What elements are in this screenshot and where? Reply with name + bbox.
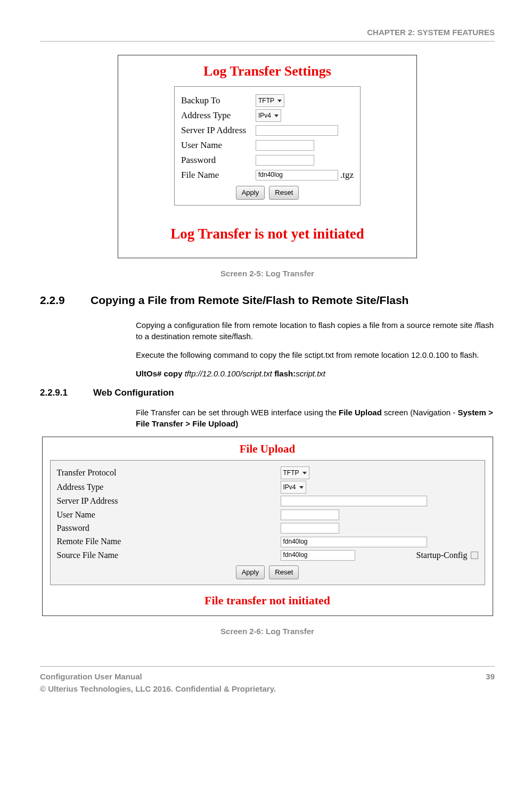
caption-2-5: Screen 2-5: Log Transfer: [40, 268, 495, 279]
filename-label: File Name: [181, 169, 256, 182]
caption-2-6: Screen 2-6: Log Transfer: [40, 626, 495, 637]
reset-button-2[interactable]: Reset: [269, 565, 299, 579]
command-line: UltOs# copy tftp://12.0.0.100/script.txt…: [136, 368, 495, 379]
file-upload-screenshot: File Upload Transfer Protocol TFTP Addre…: [42, 437, 493, 616]
apply-button[interactable]: Apply: [236, 186, 265, 200]
server-ip-input-2[interactable]: [281, 496, 427, 506]
remote-file-input[interactable]: fdn40log: [281, 537, 427, 547]
log-transfer-title: Log Transfer Settings: [124, 62, 411, 81]
address-type-select[interactable]: IPv4: [256, 109, 281, 122]
file-upload-status: File transfer not initiated: [43, 593, 493, 609]
address-type-select-2[interactable]: IPv4: [281, 481, 306, 494]
password-label: Password: [181, 154, 256, 167]
chevron-down-icon: [302, 472, 307, 474]
filename-ext: .tgz: [340, 169, 354, 182]
protocol-select[interactable]: TFTP: [281, 466, 309, 479]
password-input-2[interactable]: [281, 523, 339, 534]
username-input-2[interactable]: [281, 510, 339, 520]
file-upload-form: Transfer Protocol TFTP Address Type IPv4…: [50, 460, 485, 585]
log-transfer-status: Log Transfer is not yet initiated: [124, 224, 411, 244]
reset-button[interactable]: Reset: [269, 186, 299, 200]
log-transfer-form: Backup To TFTP Address Type IPv4 Server …: [174, 86, 361, 205]
section-2291-body: File Transfer can be set through WEB int…: [136, 407, 495, 429]
source-file-input[interactable]: fdn40log: [281, 550, 355, 561]
startup-config-checkbox[interactable]: [471, 552, 478, 559]
filename-input[interactable]: fdn40log: [256, 170, 338, 180]
startup-config-label: Startup-Config: [416, 549, 468, 561]
page-footer: Configuration User Manual © Ulterius Tec…: [40, 666, 495, 695]
password-label-2: Password: [57, 522, 281, 534]
section-229-body: Copying a configuration file from remote…: [136, 319, 495, 379]
password-input[interactable]: [256, 155, 314, 166]
address-type-label: Address Type: [181, 109, 256, 122]
section-229-heading: 2.2.9 Copying a File from Remote Site/Fl…: [40, 292, 495, 308]
source-file-label: Source File Name: [57, 549, 281, 561]
chevron-down-icon: [277, 100, 282, 102]
log-transfer-screenshot: Log Transfer Settings Backup To TFTP Add…: [118, 55, 417, 258]
remote-file-label: Remote File Name: [57, 536, 281, 547]
server-ip-label-2: Server IP Address: [57, 495, 281, 507]
username-label-2: User Name: [57, 509, 281, 521]
backup-to-label: Backup To: [181, 94, 256, 107]
username-input[interactable]: [256, 140, 314, 151]
file-upload-title: File Upload: [43, 441, 493, 457]
server-ip-label: Server IP Address: [181, 124, 256, 137]
chevron-down-icon: [299, 486, 304, 489]
apply-button-2[interactable]: Apply: [236, 565, 265, 579]
footer-copyright: © Ulterius Technologies, LLC 2016. Confi…: [40, 683, 276, 695]
backup-to-select[interactable]: TFTP: [256, 94, 284, 107]
footer-title: Configuration User Manual: [40, 671, 276, 683]
chevron-down-icon: [274, 114, 279, 117]
section-2291-heading: 2.2.9.1 Web Configuration: [40, 387, 495, 399]
server-ip-input[interactable]: [256, 125, 338, 136]
address-type-label-2: Address Type: [57, 481, 281, 493]
page-number: 39: [486, 671, 495, 695]
username-label: User Name: [181, 139, 256, 152]
chapter-header: CHAPTER 2: SYSTEM FEATURES: [40, 27, 495, 42]
protocol-label: Transfer Protocol: [57, 467, 281, 479]
